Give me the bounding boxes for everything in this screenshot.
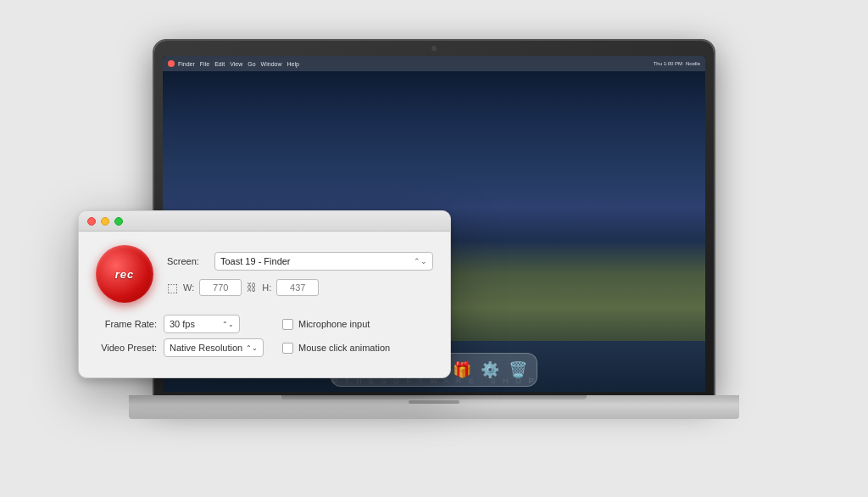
video-preset-row: Video Preset: Native Resolution ⌃⌄ Mouse… (96, 338, 433, 357)
video-preset-value: Native Resolution (170, 343, 242, 353)
dock-icon-toast[interactable]: 🎁 (450, 358, 474, 382)
screen-dropdown-value: Toast 19 - Finder (220, 256, 414, 266)
menu-file[interactable]: File (200, 61, 209, 67)
frame-rate-row: Frame Rate: 30 fps ⌃⌄ Microphone input (96, 315, 433, 333)
close-button[interactable] (87, 217, 96, 226)
frame-rate-dropdown[interactable]: 30 fps ⌃⌄ (164, 315, 240, 333)
dropdown-arrows-icon: ⌃⌄ (414, 257, 427, 265)
laptop-base (129, 395, 739, 419)
menubar-time: Thu 1:00 PM (654, 61, 682, 66)
frame-rate-value: 30 fps (170, 319, 195, 329)
dialog-titlebar (79, 211, 450, 232)
minimize-button[interactable] (101, 217, 109, 226)
microphone-label: Microphone input (298, 319, 370, 329)
dialog-top-row: rec Screen: Toast 19 - Finder ⌃⌄ ⬚ W: (96, 245, 433, 303)
screen-label: Screen: (167, 256, 208, 266)
macos-menubar: Finder File Edit View Go Window Help Thu… (163, 56, 705, 71)
menu-help[interactable]: Help (287, 61, 298, 67)
video-preset-arrows-icon: ⌃⌄ (246, 344, 258, 352)
video-preset-dropdown[interactable]: Native Resolution ⌃⌄ (164, 338, 264, 357)
menu-go[interactable]: Go (248, 61, 255, 67)
menubar-user: Noelle (686, 61, 700, 66)
settings-rows: Frame Rate: 30 fps ⌃⌄ Microphone input (96, 315, 433, 357)
menubar-right: Thu 1:00 PM Noelle (654, 61, 700, 66)
menu-view[interactable]: View (230, 61, 242, 67)
rec-button[interactable]: rec (96, 245, 153, 303)
settings-left-preset: Video Preset: Native Resolution ⌃⌄ (96, 338, 265, 357)
laptop-camera (431, 46, 437, 51)
width-input[interactable]: 770 (199, 279, 242, 296)
frame-rate-arrows-icon: ⌃⌄ (222, 321, 234, 328)
maximize-button[interactable] (114, 217, 123, 226)
dock-icon-settings[interactable]: ⚙️ (478, 358, 502, 382)
dock-icon-trash[interactable]: 🗑️ (506, 358, 530, 382)
apple-logo (168, 60, 175, 67)
menu-edit[interactable]: Edit (214, 61, 225, 67)
frame-rate-label: Frame Rate: (96, 319, 157, 329)
rec-dialog: rec Screen: Toast 19 - Finder ⌃⌄ ⬚ W: (78, 210, 451, 378)
menu-window[interactable]: Window (261, 61, 282, 67)
height-label: H: (262, 282, 271, 293)
link-icon: ⛓ (247, 282, 257, 293)
dimensions-row: ⬚ W: 770 ⛓ H: 437 (167, 279, 433, 296)
crop-icon: ⬚ (167, 281, 178, 294)
menubar-items: Finder File Edit View Go Window Help (178, 61, 299, 67)
height-input[interactable]: 437 (276, 279, 319, 296)
settings-right-mouseclick: Mouse click animation (282, 343, 390, 354)
settings-right-microphone: Microphone input (282, 319, 370, 330)
screen-row: Screen: Toast 19 - Finder ⌃⌄ (167, 252, 433, 271)
rec-label: rec (115, 268, 135, 281)
laptop-notch (409, 400, 459, 404)
dialog-content: rec Screen: Toast 19 - Finder ⌃⌄ ⬚ W: (79, 232, 450, 377)
screen-selector-area: Screen: Toast 19 - Finder ⌃⌄ ⬚ W: 770 ⛓ … (167, 252, 433, 296)
width-label: W: (183, 282, 194, 293)
settings-left-framerate: Frame Rate: 30 fps ⌃⌄ (96, 315, 265, 333)
laptop-hinge (281, 395, 587, 399)
mouse-click-checkbox[interactable] (282, 343, 293, 354)
menu-finder[interactable]: Finder (178, 61, 195, 67)
screen-dropdown[interactable]: Toast 19 - Finder ⌃⌄ (214, 252, 433, 271)
laptop: Finder File Edit View Go Window Help Thu… (129, 41, 739, 456)
microphone-checkbox[interactable] (282, 319, 293, 330)
video-preset-label: Video Preset: (96, 343, 157, 353)
mouse-click-label: Mouse click animation (298, 343, 390, 353)
